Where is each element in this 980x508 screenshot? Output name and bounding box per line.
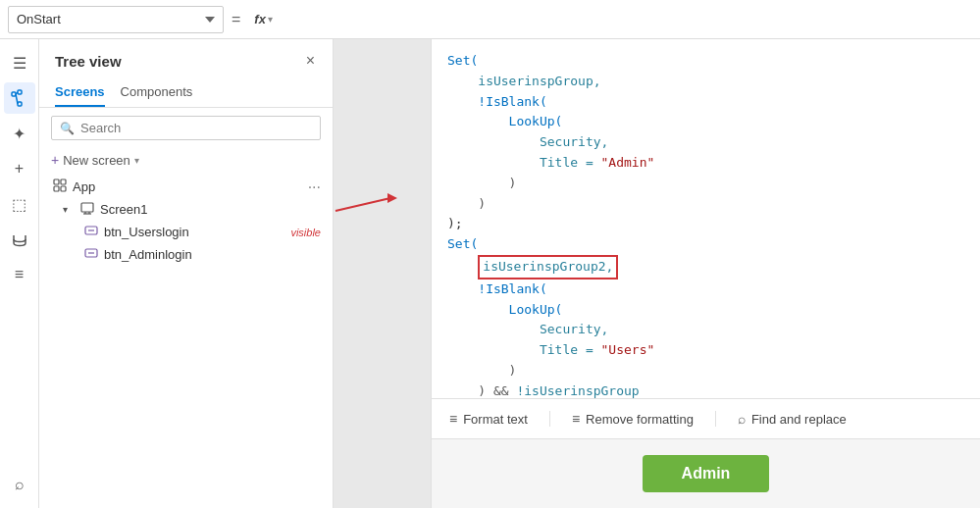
data-icon[interactable] bbox=[4, 224, 35, 255]
svg-rect-6 bbox=[54, 179, 59, 184]
arrow-svg bbox=[334, 39, 431, 508]
tree-title: Tree view bbox=[55, 53, 122, 70]
code-line-6: Title = "Admin" bbox=[447, 153, 964, 174]
treeview-icon[interactable] bbox=[4, 82, 35, 114]
btn-users-label: btn_Userslogin bbox=[104, 225, 283, 239]
svg-marker-19 bbox=[387, 193, 397, 203]
svg-rect-0 bbox=[12, 92, 16, 96]
tree-header: Tree view × bbox=[39, 39, 333, 78]
new-screen-chevron: ▾ bbox=[134, 155, 139, 166]
fx-button[interactable]: fx ▾ bbox=[248, 10, 279, 28]
tree-item-screen1[interactable]: ▾ Screen1 bbox=[39, 198, 333, 221]
svg-rect-7 bbox=[61, 179, 66, 184]
insert-icon[interactable]: ⬚ bbox=[4, 188, 35, 220]
code-line-9: ); bbox=[447, 214, 964, 234]
code-line-4: LookUp( bbox=[447, 112, 964, 132]
app-menu-icon[interactable]: ··· bbox=[308, 179, 321, 195]
sparkle-icon[interactable]: ✦ bbox=[4, 118, 35, 149]
tree-tabs: Screens Components bbox=[39, 78, 333, 108]
code-line-2: isUserinspGroup, bbox=[447, 72, 964, 92]
svg-line-4 bbox=[16, 94, 18, 104]
toolbar-divider-1 bbox=[549, 411, 550, 427]
tree-items: App ··· ▾ Screen1 btn_Userslogin visible bbox=[39, 176, 333, 508]
settings-icon[interactable]: ≡ bbox=[4, 259, 35, 290]
app-icon bbox=[51, 178, 69, 195]
find-replace-label: Find and replace bbox=[751, 412, 847, 427]
plus-icon: + bbox=[51, 152, 59, 168]
screen1-chevron: ▾ bbox=[63, 204, 75, 215]
code-line-3: !IsBlank( bbox=[447, 92, 964, 113]
tab-components[interactable]: Components bbox=[121, 78, 193, 107]
property-select[interactable]: OnStart bbox=[8, 6, 224, 33]
code-line-8: ) bbox=[447, 194, 964, 215]
icon-rail: ☰ ✦ + ⬚ ≡ ⌕ bbox=[0, 39, 39, 508]
remove-formatting-icon: ≡ bbox=[572, 411, 580, 427]
find-replace-icon: ⌕ bbox=[738, 411, 746, 427]
code-line-16: ) bbox=[447, 361, 964, 381]
search-input[interactable] bbox=[80, 121, 312, 135]
code-line-10: Set( bbox=[447, 234, 964, 255]
admin-button[interactable]: Admin bbox=[643, 455, 770, 492]
tree-panel: Tree view × Screens Components 🔍 + New s… bbox=[39, 39, 334, 508]
find-replace-button[interactable]: ⌕ Find and replace bbox=[732, 407, 852, 431]
search-icon[interactable]: ⌕ bbox=[4, 469, 35, 500]
code-line-7: ) bbox=[447, 174, 964, 194]
svg-line-18 bbox=[335, 198, 390, 211]
canvas-area bbox=[334, 39, 431, 508]
search-box-icon: 🔍 bbox=[60, 122, 75, 135]
svg-rect-8 bbox=[54, 186, 59, 191]
code-editor[interactable]: Set( isUserinspGroup, !IsBlank( LookUp( … bbox=[432, 39, 980, 398]
fx-text: fx bbox=[254, 12, 266, 26]
hamburger-icon[interactable]: ☰ bbox=[4, 47, 35, 78]
add-icon[interactable]: + bbox=[4, 153, 35, 184]
code-toolbar: ≡ Format text ≡ Remove formatting ⌕ Find… bbox=[432, 398, 980, 438]
svg-rect-2 bbox=[18, 102, 22, 106]
code-line-12: !IsBlank( bbox=[447, 279, 964, 300]
svg-rect-10 bbox=[81, 203, 93, 212]
btn-admin-icon bbox=[82, 246, 100, 263]
format-text-label: Format text bbox=[463, 412, 528, 427]
format-text-button[interactable]: ≡ Format text bbox=[443, 407, 534, 431]
tab-screens[interactable]: Screens bbox=[55, 78, 105, 107]
tree-item-btn-users[interactable]: btn_Userslogin visible bbox=[39, 221, 333, 243]
visible-badge: visible bbox=[290, 227, 321, 238]
code-line-14: Security, bbox=[447, 320, 964, 340]
code-line-15: Title = "Users" bbox=[447, 340, 964, 361]
svg-rect-9 bbox=[61, 186, 66, 191]
close-button[interactable]: × bbox=[304, 51, 317, 71]
format-text-icon: ≡ bbox=[449, 411, 457, 427]
equals-sign: = bbox=[232, 11, 240, 28]
toolbar-divider-2 bbox=[715, 411, 716, 427]
code-line-11-highlighted: isUserinspGroup2, bbox=[447, 255, 964, 279]
new-screen-label: New screen bbox=[63, 153, 130, 168]
search-box: 🔍 bbox=[51, 116, 321, 140]
fx-chevron: ▾ bbox=[268, 14, 273, 25]
btn-admin-label: btn_Adminlogin bbox=[104, 247, 321, 262]
tree-item-app[interactable]: App ··· bbox=[39, 176, 333, 198]
btn-users-icon bbox=[82, 224, 100, 240]
code-panel: Set( isUserinspGroup, !IsBlank( LookUp( … bbox=[431, 39, 980, 508]
remove-formatting-button[interactable]: ≡ Remove formatting bbox=[566, 407, 699, 431]
remove-formatting-label: Remove formatting bbox=[586, 412, 694, 427]
code-line-1: Set( bbox=[447, 51, 964, 72]
admin-area: Admin bbox=[432, 438, 980, 508]
main-content: ☰ ✦ + ⬚ ≡ ⌕ Tree view × Screens Componen bbox=[0, 39, 980, 508]
screen1-label: Screen1 bbox=[100, 202, 321, 217]
screen1-icon bbox=[78, 201, 96, 218]
top-bar: OnStart = fx ▾ bbox=[0, 0, 980, 39]
svg-rect-1 bbox=[18, 90, 22, 94]
new-screen-row[interactable]: + New screen ▾ bbox=[39, 148, 333, 172]
tree-item-btn-admin[interactable]: btn_Adminlogin bbox=[39, 243, 333, 266]
app-label: App bbox=[73, 179, 304, 194]
code-line-17: ) && !isUserinspGroup bbox=[447, 381, 964, 398]
code-line-5: Security, bbox=[447, 132, 964, 153]
code-line-13: LookUp( bbox=[447, 300, 964, 321]
